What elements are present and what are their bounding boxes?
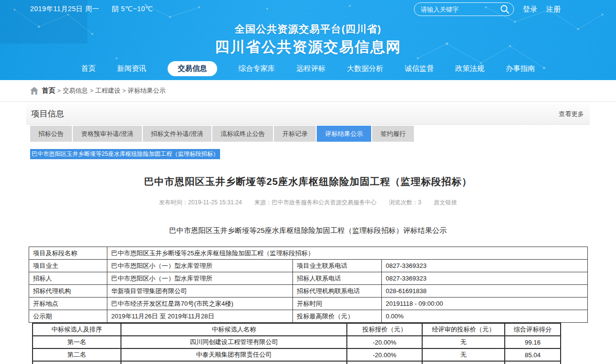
tab-bid-document-supplement[interactable]: 招标文件补遗/澄清 bbox=[143, 126, 212, 142]
table-row: 招标代理机构 华新项目管理集团有限公司 招标代理机构联系电话 028-61691… bbox=[29, 285, 588, 298]
candidate-cell: 中泰天顺集团有限责任公司 bbox=[121, 348, 347, 361]
column-header: 综合评标得分 bbox=[505, 323, 561, 336]
article-meta: 发布时间：2019-11-25 15:31:24 来源：巴中市政务服务和公共资源… bbox=[26, 199, 590, 207]
login-link[interactable]: 登录 bbox=[523, 5, 537, 14]
column-header: 中标候选人及排序 bbox=[33, 323, 121, 336]
info-label: 招标代理机构 bbox=[29, 285, 107, 298]
column-header: 投标报价（元） bbox=[347, 323, 422, 336]
info-label: 项目业主 bbox=[29, 260, 107, 272]
date-weather: 2019年11月25日 周一 阴 5℃~10℃ bbox=[30, 5, 153, 14]
breadcrumb-trade-info[interactable]: 交易信息 bbox=[63, 86, 88, 95]
site-title: 四川省公共资源交易信息网 bbox=[0, 37, 616, 57]
project-info-table: 项目及标段名称 巴中市恩阳区玉井乡断垭等25座水库枢纽除险加固工程（监理标段招标… bbox=[29, 247, 588, 323]
info-value: 2019年11月26日 至 2019年11月28日 bbox=[107, 310, 293, 323]
score-cell: 99.16 bbox=[505, 336, 561, 348]
article-source: 来源：巴中市政务服务和公共资源交易服务中心 bbox=[254, 199, 376, 206]
bid-price-cell: -20.00% bbox=[347, 336, 422, 348]
info-value: 华新项目管理集团有限公司 bbox=[107, 285, 293, 298]
info-value: 20191118 - 09:00:00 bbox=[382, 298, 588, 310]
breadcrumb: 首页 > 交易信息 > 工程建设 > 评标结果公示 bbox=[0, 80, 616, 102]
search-input[interactable] bbox=[414, 2, 514, 16]
register-link[interactable]: 注册 bbox=[546, 5, 561, 14]
publish-time: 发布时间：2019-11-25 15:31:24 bbox=[159, 199, 242, 206]
table-row: 第三名 四川兢业工程项目管理有限公司 -20.00% 无 80.20 bbox=[33, 361, 561, 364]
search-box bbox=[414, 2, 514, 16]
score-cell: 80.20 bbox=[505, 361, 561, 364]
info-value: 0827-3369323 bbox=[382, 272, 588, 285]
tab-evaluation-result[interactable]: 评标结果公示 bbox=[317, 126, 371, 142]
info-label: 招标人 bbox=[29, 272, 107, 285]
bid-result-table: 中标候选人及排序 中标候选人名称 投标报价（元） 经评审的投标价（元） 综合评标… bbox=[32, 323, 561, 364]
search-icon[interactable] bbox=[500, 4, 510, 14]
nav-item-trade-info[interactable]: 交易信息 bbox=[168, 61, 217, 76]
nav-item-news[interactable]: 新闻资讯 bbox=[117, 61, 146, 76]
info-value: 巴中市经济开发区红星路70号(市民之家4楼) bbox=[107, 298, 293, 310]
section-bar: 项目信息 查看更多 bbox=[26, 103, 590, 125]
evaluated-price-cell: 无 bbox=[422, 336, 505, 348]
current-date: 2019年11月25日 周一 bbox=[30, 5, 99, 14]
table-header-row: 中标候选人及排序 中标候选人名称 投标报价（元） 经评审的投标价（元） 综合评标… bbox=[33, 323, 561, 336]
column-header: 中标候选人名称 bbox=[121, 323, 347, 336]
info-label: 公示期 bbox=[29, 310, 107, 323]
info-value: 巴中市恩阳区小（一）型水库管理所 bbox=[107, 260, 293, 272]
breadcrumb-separator: > bbox=[122, 87, 126, 94]
original-link[interactable]: 原文链接 bbox=[434, 199, 457, 206]
bid-price-cell: -20.00% bbox=[347, 361, 422, 364]
score-cell: 85.04 bbox=[505, 348, 561, 361]
breadcrumb-evaluation-result[interactable]: 评标结果公示 bbox=[128, 86, 166, 95]
nav-item-policies[interactable]: 政策法规 bbox=[455, 61, 484, 76]
nav-item-home[interactable]: 首页 bbox=[81, 61, 96, 76]
rank-cell: 第三名 bbox=[33, 361, 121, 364]
table-row: 招标人 巴中市恩阳区小（一）型水库管理所 招标人联系电话 0827-336932… bbox=[29, 272, 588, 285]
tab-bid-announcement[interactable]: 招标公告 bbox=[30, 126, 72, 142]
info-label: 开标时间 bbox=[293, 298, 382, 310]
nav-item-remote-evaluation[interactable]: 远程评标 bbox=[296, 61, 325, 76]
platform-title: 全国公共资源交易平台(四川省) bbox=[0, 22, 616, 36]
column-header: 经评审的投标价（元） bbox=[422, 323, 505, 336]
candidate-cell: 四川兢业工程项目管理有限公司 bbox=[121, 361, 347, 364]
article-subtitle: 巴中市恩阳区玉井乡断垭等25座水库枢纽除险加固工程（监理标段招标）评标结果公示 bbox=[26, 226, 590, 235]
category-tabs: 招标公告 资格预审补遗/澄清 招标文件补遗/澄清 流标或终止公告 开标记录 评标… bbox=[26, 126, 590, 142]
rank-cell: 第二名 bbox=[33, 348, 121, 361]
table-row: 第一名 四川同创建设工程管理有限公司 -20.00% 无 99.16 bbox=[33, 336, 561, 348]
table-row: 公示期 2019年11月26日 至 2019年11月28日 投标最高限价（元） … bbox=[29, 310, 588, 323]
table-row: 开标地点 巴中市经济开发区红星路70号(市民之家4楼) 开标时间 2019111… bbox=[29, 298, 588, 310]
info-label: 招标人联系电话 bbox=[293, 272, 382, 285]
nav-item-integrity[interactable]: 诚信监督 bbox=[405, 61, 434, 76]
nav-item-big-data[interactable]: 大数据分析 bbox=[347, 61, 383, 76]
breadcrumb-home[interactable]: 首页 bbox=[42, 86, 55, 95]
tab-prequalification-supplement[interactable]: 资格预审补遗/澄清 bbox=[73, 126, 142, 142]
info-value: 巴中市恩阳区玉井乡断垭等25座水库枢纽除险加固工程（监理标段招标） bbox=[107, 247, 588, 260]
info-label: 项目及标段名称 bbox=[29, 247, 107, 260]
breadcrumb-separator: > bbox=[57, 87, 61, 94]
info-value: 0.00% bbox=[382, 310, 588, 323]
breadcrumb-construction[interactable]: 工程建设 bbox=[95, 86, 120, 95]
breadcrumb-separator: > bbox=[90, 87, 93, 94]
rank-cell: 第一名 bbox=[33, 336, 121, 348]
table-row: 项目及标段名称 巴中市恩阳区玉井乡断垭等25座水库枢纽除险加固工程（监理标段招标… bbox=[29, 247, 588, 260]
article-title: 巴中市恩阳区玉井乡断垭等25座水库枢纽除险加固工程（监理标段招标） bbox=[26, 175, 590, 188]
nav-item-expert-library[interactable]: 综合专家库 bbox=[239, 61, 275, 76]
topbar: 2019年11月25日 周一 阴 5℃~10℃ 登录 注册 bbox=[0, 0, 616, 18]
project-link-highlighted[interactable]: 巴中市恩阳区玉井乡断垭等25座水库枢纽除险加固工程（监理标段招标） bbox=[30, 149, 220, 159]
info-value: 028-61691838 bbox=[382, 285, 588, 298]
tab-failed-or-terminated[interactable]: 流标或终止公告 bbox=[212, 126, 273, 142]
view-more-link[interactable]: 查看更多 bbox=[559, 110, 584, 118]
info-label: 项目业主联系电话 bbox=[293, 260, 382, 272]
info-label: 招标代理机构联系电话 bbox=[293, 285, 382, 298]
info-label: 开标地点 bbox=[29, 298, 107, 310]
home-icon bbox=[30, 87, 38, 95]
weather-info: 阴 5℃~10℃ bbox=[112, 5, 153, 14]
evaluated-price-cell: 无 bbox=[422, 348, 505, 361]
nav-item-guide[interactable]: 办事指南 bbox=[506, 61, 535, 76]
info-value: 巴中市恩阳区小（一）型水库管理所 bbox=[107, 272, 293, 285]
section-title: 项目信息 bbox=[31, 108, 64, 119]
table-row: 项目业主 巴中市恩阳区小（一）型水库管理所 项目业主联系电话 0827-3369… bbox=[29, 260, 588, 272]
bid-price-cell: -20.00% bbox=[347, 348, 422, 361]
main-nav: 首页 新闻资讯 交易信息 综合专家库 远程评标 大数据分析 诚信监督 政策法规 … bbox=[0, 61, 616, 76]
info-label: 投标最高限价（元） bbox=[293, 310, 382, 323]
tab-bid-opening-record[interactable]: 开标记录 bbox=[274, 126, 316, 142]
site-titles: 全国公共资源交易平台(四川省) 四川省公共资源交易信息网 bbox=[0, 22, 616, 57]
info-value: 0827-3369323 bbox=[382, 260, 588, 272]
tab-contract-performance[interactable]: 签约履行 bbox=[372, 126, 414, 142]
